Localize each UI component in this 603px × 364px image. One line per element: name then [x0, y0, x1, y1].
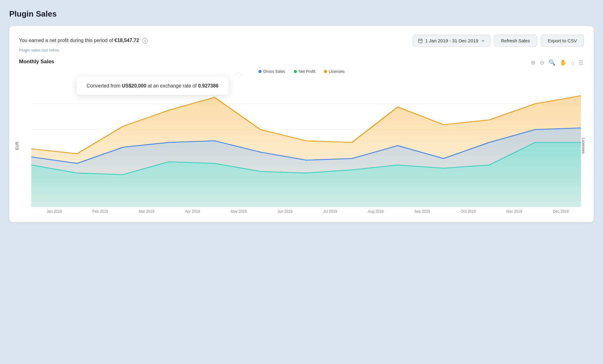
legend-gross-sales: Gross Sales: [259, 69, 285, 74]
chart-svg: [31, 78, 581, 207]
x-label-nov: Nov 2019: [506, 209, 522, 214]
x-axis-labels: Jan 2019 Feb 2019 Mar 2019 Apr 2019 May …: [31, 207, 581, 214]
gross-sales-label: Gross Sales: [263, 69, 285, 74]
net-profit-dot: [294, 70, 297, 73]
x-label-jul: Jul 2019: [323, 209, 337, 214]
profit-amount: €18,547.72: [115, 38, 139, 43]
x-label-aug: Aug 2019: [368, 209, 383, 214]
axis-right-label: Licenses: [581, 138, 586, 153]
x-label-oct: Oct 2019: [461, 209, 476, 214]
legend-licenses: Licenses: [324, 69, 344, 74]
net-profit-label: Net Profit: [299, 69, 315, 74]
zoom-out-icon[interactable]: ⊖: [539, 59, 545, 67]
gross-sales-dot: [259, 70, 262, 73]
subtitle: Plugin sales last refres: [19, 48, 584, 52]
export-csv-button[interactable]: Export to CSV: [541, 35, 584, 47]
tooltip-box: Converted from US$20,000 at an exchange …: [77, 77, 228, 95]
x-label-jan: Jan 2019: [47, 209, 62, 214]
chart-title: Monthly Sales: [19, 59, 54, 65]
tooltip-rate: 0.927386: [198, 83, 219, 88]
x-label-apr: Apr 2019: [185, 209, 200, 214]
profit-text-prefix: You earned a net profit during this peri…: [19, 38, 113, 43]
header-row: You earned a net profit during this peri…: [19, 35, 584, 47]
refresh-sales-button[interactable]: Refresh Sales: [494, 35, 537, 47]
x-label-mar: Mar 2019: [139, 209, 154, 214]
legend-net-profit: Net Profit: [294, 69, 315, 74]
page-title: Plugin Sales: [9, 9, 594, 19]
chevron-down-icon: [481, 39, 485, 43]
header-actions: 1 Jan 2019 - 31 Dec 2019 Refresh Sales E…: [413, 35, 584, 47]
licenses-label: Licenses: [329, 69, 344, 74]
date-range-button[interactable]: 1 Jan 2019 - 31 Dec 2019: [413, 35, 490, 47]
x-label-feb: Feb 2019: [92, 209, 108, 214]
chart-controls: ⊕ ⊖ 🔍 ✋ ⌂ ☰: [530, 59, 584, 67]
pan-icon[interactable]: ✋: [559, 59, 567, 67]
profit-section: You earned a net profit during this peri…: [19, 38, 148, 44]
home-icon[interactable]: ⌂: [570, 59, 575, 67]
tooltip-arrow: [234, 72, 243, 77]
x-label-sep: Sep 2019: [414, 209, 430, 214]
menu-icon[interactable]: ☰: [578, 59, 584, 67]
x-label-may: May 2019: [231, 209, 247, 214]
info-icon[interactable]: i: [142, 38, 148, 44]
search-icon[interactable]: 🔍: [548, 59, 556, 67]
chart-area: [31, 78, 581, 207]
x-label-jun: Jun 2019: [278, 209, 293, 214]
tooltip-usd: US$20,000: [122, 83, 146, 88]
x-label-dec: Dec 2019: [553, 209, 568, 214]
tooltip-mid: at an exchange rate of: [148, 83, 196, 88]
main-card: You earned a net profit during this peri…: [9, 26, 594, 222]
chart-header: Monthly Sales ⊕ ⊖ 🔍 ✋ ⌂ ☰: [19, 59, 584, 67]
zoom-in-icon[interactable]: ⊕: [530, 59, 536, 67]
date-range-label: 1 Jan 2019 - 31 Dec 2019: [425, 38, 478, 43]
calendar-icon: [418, 38, 423, 43]
tooltip-prefix: Converted from: [87, 83, 120, 88]
tooltip-container: Converted from US$20,000 at an exchange …: [77, 72, 228, 95]
axis-left-label: EUR: [15, 141, 19, 150]
svg-rect-0: [418, 39, 422, 43]
licenses-dot: [324, 70, 327, 73]
